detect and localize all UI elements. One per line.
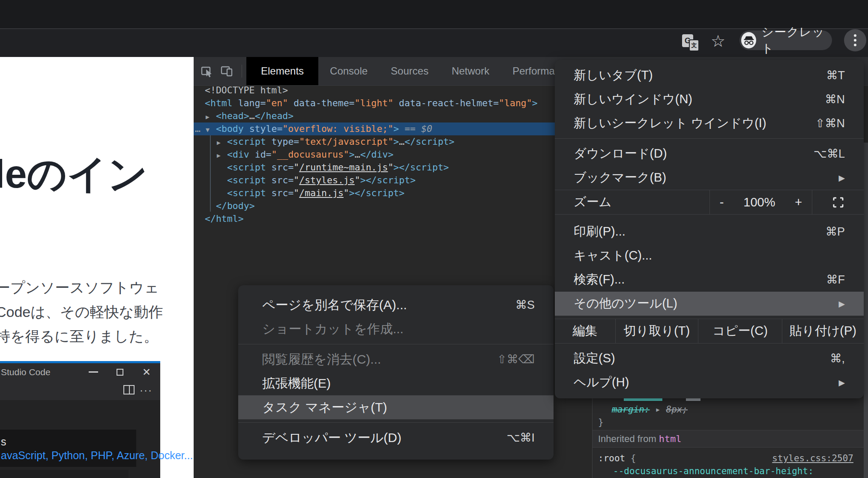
collapsed-arrow-icon[interactable]: ▶ (217, 149, 227, 162)
submenu-item[interactable]: タスク マネージャ(T) (238, 395, 554, 419)
translate-icon[interactable]: G 文 (682, 33, 701, 52)
css-variable-declaration[interactable]: --docusaurus-announcement-bar-height: (593, 466, 868, 476)
minimize-icon (85, 363, 102, 381)
inherited-node-link[interactable]: html (659, 433, 682, 444)
zoom-in-button[interactable]: + (795, 195, 802, 209)
menu-item-shortcut: ⇧⌘⌫ (497, 353, 535, 366)
code-token: lang= (233, 98, 266, 108)
main-menu-item[interactable]: 設定(S)⌘, (555, 347, 864, 370)
dom-node-line[interactable]: </html> (194, 212, 603, 225)
stylesheet-source-link[interactable]: styles.css:2507 (772, 453, 853, 463)
code-token: data-react-helmet= (393, 98, 499, 108)
devtools-tab-network[interactable]: Network (440, 57, 501, 85)
dom-node-line[interactable]: <html lang="en" data-theme="light" data-… (194, 97, 603, 110)
code-token: </div> (360, 149, 394, 160)
menu-item-shortcut: ⌥⌘L (814, 147, 845, 161)
paragraph-line: 持を得るに至りました。 (0, 324, 163, 349)
vscode-language-links: avaScript, Python, PHP, Azure, Docker... (1, 449, 193, 462)
main-menu-item[interactable]: 検索(F)...⌘F (555, 268, 864, 292)
submenu-arrow-icon: ▶ (838, 173, 845, 183)
code-token: " (388, 162, 393, 173)
incognito-icon (741, 32, 756, 48)
maximize-icon (111, 363, 129, 381)
code-token: " (293, 162, 299, 173)
main-menu-item[interactable]: 新しいウインドウ(N)⌘N (555, 87, 864, 111)
code-token: </script> (404, 136, 455, 147)
code-token: > (349, 149, 355, 160)
menu-item-label: キャスト(C)... (574, 247, 845, 264)
page-paragraph: ープンソースソフトウェCodeは、その軽快な動作持を得るに至りました。 (0, 275, 163, 349)
code-token: "overflow: visible;" (282, 123, 393, 134)
main-menu-item[interactable]: 新しいシークレット ウインドウ(I)⇧⌘N (555, 111, 864, 135)
devtools-tab-sources[interactable]: Sources (379, 57, 440, 85)
menu-item-edit-action[interactable]: 切り取り(T) (615, 319, 698, 343)
zoom-out-button[interactable]: - (720, 195, 724, 209)
main-menu-item[interactable]: ダウンロード(D)⌥⌘L (555, 142, 864, 166)
bookmark-star-icon[interactable]: ☆ (709, 32, 727, 51)
submenu-item[interactable]: ページを別名で保存(A)...⌘S (238, 293, 554, 317)
main-menu-item[interactable]: ヘルプ(H)▶ (555, 370, 864, 394)
collapsed-arrow-icon[interactable]: ▶ (206, 111, 216, 123)
menu-item-edit-action[interactable]: 貼り付け(P) (782, 319, 864, 343)
code-token: … (355, 149, 360, 160)
code-token: ></script> (360, 175, 416, 185)
code-token: </body> (216, 200, 255, 211)
code-token: "__docusaurus" (272, 149, 349, 160)
menu-item-label: 新しいシークレット ウインドウ(I) (574, 115, 815, 132)
close-icon: ✕ (138, 363, 155, 381)
code-token: <!DOCTYPE html> (205, 85, 288, 96)
vscode-title: Studio Code (1, 363, 51, 381)
menu-item-label: 検索(F)... (574, 271, 826, 288)
vscode-heading-tail: s (1, 436, 6, 448)
css-declaration-overridden[interactable]: margin: ▸ 8px; (593, 404, 868, 415)
collapsed-arrow-icon[interactable]: ▶ (217, 136, 227, 149)
vscode-welcome-panel: s avaScript, Python, PHP, Azure, Docker.… (0, 430, 136, 467)
menu-item-label: デベロッパー ツール(D) (262, 429, 506, 447)
vscode-more-icon: ··· (140, 384, 153, 396)
menu-item-label: 新しいウインドウ(N) (574, 91, 825, 108)
main-menu-item[interactable]: 印刷(P)...⌘P (555, 220, 864, 244)
clipped-row-fragment (686, 398, 700, 401)
menu-item-edit-action[interactable]: コピー(C) (698, 319, 782, 343)
main-menu-item[interactable]: キャスト(C)... (555, 244, 864, 268)
dom-node-line[interactable]: <!DOCTYPE html> (194, 84, 603, 97)
dom-node-line[interactable]: </body> (194, 200, 614, 212)
dom-node-line[interactable]: ▶<head>…</head> (194, 110, 614, 122)
submenu-arrow-icon: ▶ (838, 299, 845, 309)
main-menu-item[interactable]: ブックマーク(B)▶ (555, 166, 864, 190)
devtools-tab-elements[interactable]: Elements (246, 57, 318, 85)
inherited-from-header: Inherited from html (593, 430, 864, 448)
expanded-arrow-icon[interactable]: ▼ (206, 123, 216, 136)
styles-pane-scrollbar[interactable] (864, 143, 868, 478)
inspect-element-icon[interactable] (201, 65, 213, 78)
browser-toolbar (0, 28, 868, 57)
code-token: data-theme= (288, 98, 354, 108)
menu-item-label: ヘルプ(H) (574, 374, 838, 391)
paragraph-line: ープンソースソフトウェ (0, 275, 163, 300)
submenu-item[interactable]: デベロッパー ツール(D)⌥⌘I (238, 426, 554, 450)
menu-edit-row: 編集切り取り(T)コピー(C)貼り付け(P) (555, 319, 864, 344)
code-token: " (344, 188, 349, 198)
devtools-tab-console[interactable]: Console (318, 57, 379, 85)
main-menu-divider (555, 138, 864, 139)
node-options-icon[interactable]: … (195, 122, 201, 135)
web-page: leのイン ープンソースソフトウェCodeは、その軽快な動作持を得るに至りました… (0, 57, 194, 478)
code-token: "light" (355, 98, 394, 108)
code-token: "lang" (499, 98, 532, 108)
menu-item-shortcut: ⌘, (830, 352, 845, 365)
incognito-label: シークレット (761, 24, 832, 57)
shorthand-expand-icon[interactable]: ▸ (655, 404, 661, 415)
code-token: src= (266, 175, 294, 185)
browser-more-menu-icon[interactable] (844, 29, 866, 51)
submenu-item[interactable]: 拡張機能(E) (238, 371, 554, 395)
fullscreen-icon[interactable] (812, 197, 864, 208)
device-toolbar-icon[interactable] (220, 65, 233, 78)
browser-window: G 文 ☆ シークレット leのイン ープンソースソフトウェCodeは、その軽快… (0, 0, 868, 478)
main-menu-item[interactable]: 新しいタブ(T)⌘T (555, 63, 864, 87)
submenu-divider (238, 422, 554, 423)
code-token: $0 (421, 123, 432, 134)
menu-item-label: 閲覧履歴を消去(C)... (262, 351, 497, 368)
main-menu-item[interactable]: その他のツール(L)▶ (555, 292, 864, 316)
dom-node-line[interactable]: …▼<body style="overflow: visible;"> == $… (194, 122, 614, 135)
code-token: … (249, 111, 255, 121)
